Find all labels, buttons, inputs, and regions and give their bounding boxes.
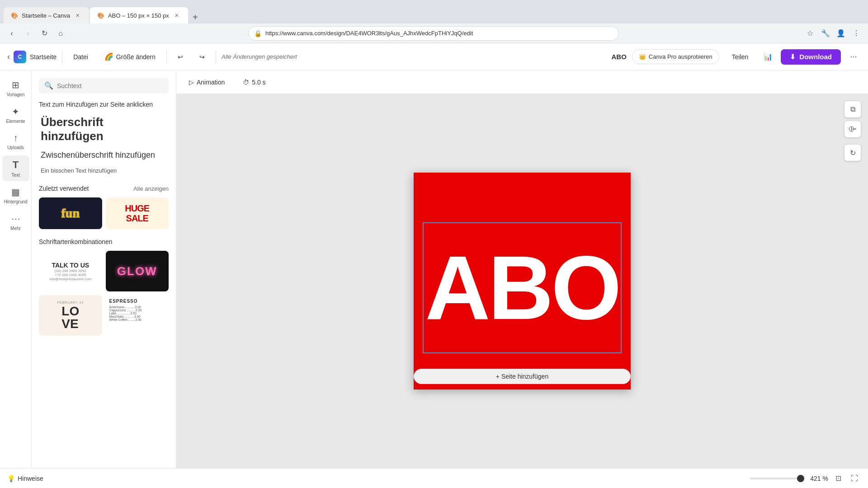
- toolbar-divider-1: [62, 50, 62, 64]
- animation-label: Animation: [197, 79, 225, 86]
- font-samples: fun HUGESALE: [39, 197, 169, 229]
- text-options: Überschrift hinzufügen Zwischenüberschri…: [39, 113, 169, 176]
- zoom-fit-button[interactable]: ⊡: [832, 472, 844, 485]
- hintergrund-label: Hintergrund: [4, 199, 27, 204]
- new-tab-button[interactable]: +: [189, 11, 202, 23]
- add-subheading-button[interactable]: Zwischenüberschrift hinzufügen: [39, 149, 169, 162]
- extensions-icon[interactable]: 🔧: [819, 27, 832, 40]
- share-button[interactable]: Teilen: [725, 50, 756, 64]
- tab-title: Startseite – Canva: [22, 12, 70, 19]
- text-icon: T: [13, 159, 19, 171]
- sidebar-item-elemente[interactable]: ✦ Elemente: [2, 103, 29, 127]
- canvas-tools-right: ⧉ ⌱ ↻: [844, 101, 861, 161]
- undo-button[interactable]: ↩: [172, 51, 189, 63]
- sidebar-item-uploads[interactable]: ↑ Uploads: [2, 129, 29, 154]
- add-body-button[interactable]: Ein bisschen Text hinzufügen: [39, 165, 169, 176]
- file-label: Datei: [73, 53, 88, 61]
- design-title: ABO: [611, 53, 626, 61]
- copy-canvas-button[interactable]: ⧉: [844, 101, 861, 117]
- animation-button[interactable]: ▷ Animation: [184, 76, 230, 89]
- back-button[interactable]: ‹: [5, 27, 18, 40]
- recently-used-label: Zuletzt verwendet: [39, 185, 89, 192]
- sidebar-item-mehr[interactable]: ⋯ Mehr: [2, 210, 29, 235]
- browser-menu-icon[interactable]: ⋮: [850, 27, 863, 40]
- canvas-container[interactable]: ⧉ ⌱ ↻ ABO + Seite hinzufügen: [176, 94, 868, 468]
- crop-canvas-button[interactable]: ⌱: [844, 121, 861, 137]
- abo-text-container[interactable]: ABO: [423, 222, 622, 353]
- font-combo-espresso[interactable]: ESPRESSO Americano............3.00 Cappu…: [106, 295, 169, 336]
- hints-label: Hinweise: [18, 475, 43, 482]
- font-sample-fun[interactable]: fun: [39, 197, 102, 229]
- size-label: Größe ändern: [116, 53, 156, 61]
- refresh-button[interactable]: ↻: [844, 145, 861, 161]
- duration-label: 5.0 s: [252, 79, 265, 86]
- bottom-bar: 💡 Hinweise 421 % ⊡ ⛶: [0, 468, 868, 488]
- left-sidebar-icons: ⊞ Vorlagen ✦ Elemente ↑ Uploads T Text ▦…: [0, 70, 32, 468]
- zoom-slider[interactable]: [750, 478, 804, 479]
- tab-startseite[interactable]: 🎨 Startseite – Canva ×: [4, 7, 89, 23]
- reload-button[interactable]: ↻: [38, 27, 51, 40]
- clock-icon: ⏱: [243, 79, 249, 86]
- hints-icon: 💡: [7, 475, 15, 482]
- abo-main-text: ABO: [425, 243, 619, 333]
- text-section-hint: Text zum Hinzufügen zur Seite anklicken: [39, 101, 169, 108]
- elemente-label: Elemente: [6, 119, 25, 124]
- toolbar-divider-3: [216, 50, 216, 64]
- more-options-button[interactable]: ···: [846, 50, 861, 64]
- tab-abo[interactable]: 🎨 ABO – 150 px × 150 px ×: [90, 7, 188, 23]
- home-label: Startseite: [30, 53, 57, 61]
- hints-button[interactable]: 💡 Hinweise: [7, 475, 43, 482]
- canva-app: ‹ C Startseite Datei 🌈 Größe ändern ↩ ↪ …: [0, 43, 868, 488]
- forward-button[interactable]: ›: [22, 27, 34, 40]
- font-combo-glow[interactable]: GLOW: [106, 251, 169, 291]
- canva-logo: C: [14, 51, 26, 63]
- tab-close-icon-abo[interactable]: ×: [173, 11, 181, 19]
- hintergrund-icon: ▦: [11, 187, 20, 197]
- crown-icon: 👑: [639, 53, 646, 60]
- download-label: Download: [799, 53, 832, 61]
- uploads-icon: ↑: [14, 133, 18, 143]
- save-status: Alle Änderungen gespeichert: [222, 53, 297, 60]
- stats-button[interactable]: 📊: [761, 50, 775, 64]
- size-change-button[interactable]: 🌈 Größe ändern: [99, 50, 161, 64]
- profile-icon[interactable]: 👤: [835, 27, 847, 40]
- size-emoji: 🌈: [104, 52, 113, 61]
- design-canvas[interactable]: ABO: [414, 173, 631, 389]
- tab-favicon: 🎨: [11, 12, 18, 19]
- font-combo-love[interactable]: FEBRUARY 14 LOVE: [39, 295, 102, 336]
- file-button[interactable]: Datei: [68, 51, 94, 63]
- toolbar-divider-2: [166, 50, 167, 64]
- canva-pro-button[interactable]: 👑 Canva Pro ausprobieren: [632, 49, 719, 64]
- zoom-slider-thumb[interactable]: [797, 475, 804, 482]
- vorlagen-icon: ⊞: [12, 80, 19, 90]
- see-all-button[interactable]: Alle anzeigen: [133, 185, 169, 192]
- sidebar-item-vorlagen[interactable]: ⊞ Vorlagen: [2, 76, 29, 101]
- home-button[interactable]: ⌂: [54, 27, 67, 40]
- add-heading-button[interactable]: Überschrift hinzufügen: [39, 113, 169, 145]
- tab-close-icon[interactable]: ×: [74, 11, 82, 19]
- search-input[interactable]: [57, 82, 163, 89]
- canvas-toolbar: ▷ Animation ⏱ 5.0 s: [176, 70, 868, 94]
- mehr-icon: ⋯: [11, 213, 20, 224]
- sidebar-item-text[interactable]: T Text: [2, 155, 29, 181]
- canvas-area: ▷ Animation ⏱ 5.0 s ⧉ ⌱ ↻: [176, 70, 868, 468]
- add-page-button[interactable]: + Seite hinzufügen: [414, 369, 631, 384]
- font-combo-talk-to-us[interactable]: TALK TO US (04) 298 3985 2092+70 209 109…: [39, 251, 102, 291]
- top-toolbar: ‹ C Startseite Datei 🌈 Größe ändern ↩ ↪ …: [0, 43, 868, 70]
- redo-button[interactable]: ↪: [194, 51, 210, 63]
- home-button-canva[interactable]: ‹ C Startseite: [7, 51, 57, 63]
- font-combos-label: Schriftartenkombinationen: [39, 238, 169, 245]
- font-sample-huge-sale[interactable]: HUGESALE: [106, 197, 169, 229]
- duration-button[interactable]: ⏱ 5.0 s: [237, 76, 271, 89]
- address-bar[interactable]: 🔒 https://www.canva.com/design/DAE4WOR3l…: [248, 26, 619, 41]
- search-bar[interactable]: 🔍: [39, 78, 169, 94]
- zoom-fullscreen-button[interactable]: ⛶: [848, 472, 861, 485]
- bookmark-icon[interactable]: ☆: [804, 27, 816, 40]
- url-text: https://www.canva.com/design/DAE4WOR3lts…: [265, 30, 613, 37]
- search-icon: 🔍: [44, 81, 53, 90]
- sidebar-item-hintergrund[interactable]: ▦ Hintergrund: [2, 183, 29, 208]
- browser-tabs: 🎨 Startseite – Canva × 🎨 ABO – 150 px × …: [4, 0, 202, 23]
- canva-pro-label: Canva Pro ausprobieren: [649, 53, 712, 60]
- font-combos-section: Schriftartenkombinationen TALK TO US (04…: [39, 238, 169, 336]
- download-button[interactable]: ⬇ Download: [781, 49, 841, 65]
